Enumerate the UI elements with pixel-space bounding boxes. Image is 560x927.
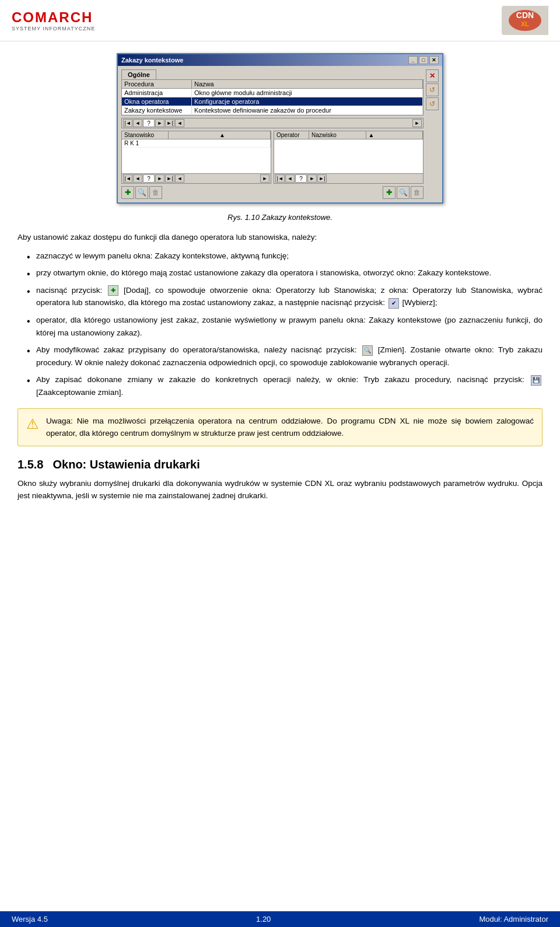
col-sort: ▲ <box>217 131 271 139</box>
left-panel: Stanowisko ▲ R K 1 <box>121 131 271 184</box>
right-action-buttons: ✚ 🔍 🗑 <box>383 186 424 199</box>
page-content: Zakazy kontekstowe _ □ ✕ Ogólne <box>0 41 560 520</box>
add-inline-icon: ✚ <box>108 285 118 296</box>
cell-nazwa-okna: Konfiguracje operatora <box>192 97 423 106</box>
nav-left-last[interactable]: ►| <box>165 174 174 183</box>
left-panel-body: R K 1 <box>121 139 271 174</box>
page-footer: Wersja 4.5 1.20 Moduł: Administrator <box>0 911 560 927</box>
col-nazwisko: Nazwisko <box>309 131 366 139</box>
action-buttons: ✚ 🔍 🗑 ✚ 🔍 🗑 <box>121 186 424 199</box>
cell-nazwa-zakazy: Kontekstowe definiowanie zakazów do proc… <box>192 106 423 114</box>
section-number: 1.5.8 <box>18 458 43 471</box>
nav-next[interactable]: ► <box>155 119 164 127</box>
col-header-procedura: Procedura <box>122 80 192 88</box>
nav-left-first[interactable]: |◄ <box>123 174 132 183</box>
dialog-window: Zakazy kontekstowe _ □ ✕ Ogólne <box>117 53 443 204</box>
table-row-selected[interactable]: Okna operatora Konfiguracje operatora <box>122 97 423 106</box>
bullet-text-6: Aby zapisać dokonane zmiany w zakazie do… <box>36 375 542 397</box>
nav-prev[interactable]: ◄ <box>133 119 142 127</box>
cdn-logo-decor: CDN XL <box>502 6 548 35</box>
nav-extra[interactable]: ◄ <box>175 119 184 127</box>
search-right-button[interactable]: 🔍 <box>397 186 410 199</box>
nav-left-next[interactable]: ► <box>155 174 164 183</box>
search-button[interactable]: 🔍 <box>135 186 148 199</box>
nav-last[interactable]: ►| <box>165 119 174 127</box>
dialog-titlebar: Zakazy kontekstowe _ □ ✕ <box>118 54 442 66</box>
dialog-body: Ogólne Procedura Nazwa Administracja <box>118 66 442 202</box>
list-item: operator, dla którego ustanowiony jest z… <box>23 314 542 339</box>
left-panel-nav[interactable]: |◄ ◄ ? ► ►| ◄ ► <box>121 174 271 184</box>
page-header: COMARCH SYSTEMY INFORMATYCZNE CDN XL <box>0 0 560 41</box>
bullet-text-4: operator, dla którego ustanowiony jest z… <box>36 316 542 337</box>
delete-button[interactable]: 🗑 <box>149 186 162 199</box>
delete-right-button[interactable]: 🗑 <box>411 186 424 199</box>
list-item: przy otwartym oknie, do którego mają zos… <box>23 267 542 279</box>
intro-text: Aby ustanowić zakaz dostępu do funkcji d… <box>18 231 542 244</box>
nav-right-page: ? <box>295 174 307 183</box>
search-inline-icon: 🔍 <box>362 345 373 356</box>
nav-right-prev[interactable]: ◄ <box>285 174 295 183</box>
save-inline-icon: 💾 <box>531 375 541 386</box>
bottom-section: Stanowisko ▲ R K 1 <box>121 131 424 184</box>
section-title: Okno: Ustawienia drukarki <box>52 458 200 471</box>
nav-first[interactable]: |◄ <box>123 119 132 127</box>
table-row[interactable]: Administracja Okno główne modułu adminis… <box>122 89 423 97</box>
tab-bar: Ogólne <box>121 69 424 79</box>
nav-page: ? <box>143 119 155 127</box>
dialog-title: Zakazy kontekstowe <box>121 57 183 64</box>
bullet-text-3: nacisnąć przycisk: ✚ [Dodaj], co spowodu… <box>36 286 542 307</box>
warning-box: ⚠ Uwaga: Nie ma możliwości przełączenia … <box>18 408 542 446</box>
bullet-text-1: zaznaczyć w lewym panelu okna: Zakazy ko… <box>36 251 289 260</box>
nav-left-prev[interactable]: ◄ <box>133 174 142 183</box>
list-item: zaznaczyć w lewym panelu okna: Zakazy ko… <box>23 250 542 263</box>
list-item: nacisnąć przycisk: ✚ [Dodaj], co spowodu… <box>23 284 542 309</box>
col-operator: Operator <box>274 131 309 139</box>
nav-right-next[interactable]: ► <box>307 174 317 183</box>
footer-version: Wersja 4.5 <box>12 915 48 923</box>
svg-text:XL: XL <box>521 20 529 27</box>
warning-text: Uwaga: Nie ma możliwości przełączenia op… <box>46 415 534 440</box>
nav-bar-top[interactable]: |◄ ◄ ? ► ►| ◄ ► <box>121 118 424 128</box>
cell-nazwa-administracja: Okno główne modułu administracji <box>192 89 423 97</box>
close-button[interactable]: ✕ <box>429 56 439 64</box>
list-item: Aby modyfikować zakaz przypisany do oper… <box>23 344 542 369</box>
cell-okna-operatora: Okna operatora <box>122 97 192 106</box>
titlebar-buttons[interactable]: _ □ ✕ <box>408 56 439 64</box>
refresh2-button[interactable]: ↺ <box>426 97 439 110</box>
left-action-buttons: ✚ 🔍 🗑 <box>121 186 162 199</box>
figure-caption: Rys. 1.10 Zakazy kontekstowe. <box>18 213 542 222</box>
cell-rk1: R K 1 <box>122 139 271 147</box>
screenshot-container: Zakazy kontekstowe _ □ ✕ Ogólne <box>18 53 542 204</box>
right-panel-body <box>274 139 424 174</box>
close-side-button[interactable]: ✕ <box>426 69 439 82</box>
wybierz-inline-icon: ✔ <box>388 298 399 309</box>
refresh-button[interactable]: ↺ <box>426 83 439 96</box>
nav-right-first[interactable]: |◄ <box>275 174 285 183</box>
left-panel-header: Stanowisko ▲ <box>121 131 271 139</box>
list-item[interactable]: R K 1 <box>122 139 271 148</box>
comarch-logo-text: COMARCH <box>12 9 93 26</box>
tab-ogolne[interactable]: Ogólne <box>121 69 156 79</box>
nav-left-scroll[interactable]: ► <box>260 174 270 183</box>
minimize-button[interactable]: _ <box>408 56 418 64</box>
nav-left-extra[interactable]: ◄ <box>175 174 184 183</box>
bullet-text-2: przy otwartym oknie, do którego mają zos… <box>36 268 491 277</box>
add-button[interactable]: ✚ <box>121 186 134 199</box>
comarch-logo: COMARCH SYSTEMY INFORMATYCZNE <box>12 9 95 32</box>
col-header-nazwa: Nazwa <box>192 80 423 88</box>
nav-right-last[interactable]: ►| <box>317 174 327 183</box>
maximize-button[interactable]: □ <box>419 56 428 64</box>
warning-icon: ⚠ <box>26 416 39 440</box>
main-grid: Procedura Nazwa Administracja Okno główn… <box>121 79 424 116</box>
right-panel-nav[interactable]: |◄ ◄ ? ► ►| <box>274 174 424 184</box>
comarch-logo-sub: SYSTEMY INFORMATYCZNE <box>12 26 95 32</box>
nav-left-page: ? <box>143 174 155 183</box>
side-buttons: ✕ ↺ ↺ <box>426 69 439 199</box>
nav-scroll-right[interactable]: ► <box>412 119 422 127</box>
table-row[interactable]: Zakazy kontekstowe Kontekstowe definiowa… <box>122 106 423 115</box>
list-item: Aby zapisać dokonane zmiany w zakazie do… <box>23 373 542 398</box>
add-right-button[interactable]: ✚ <box>383 186 396 199</box>
bullet-list: zaznaczyć w lewym panelu okna: Zakazy ko… <box>18 250 542 399</box>
cell-zakazy: Zakazy kontekstowe <box>122 106 192 114</box>
col-stanowisko: Stanowisko <box>122 131 169 139</box>
